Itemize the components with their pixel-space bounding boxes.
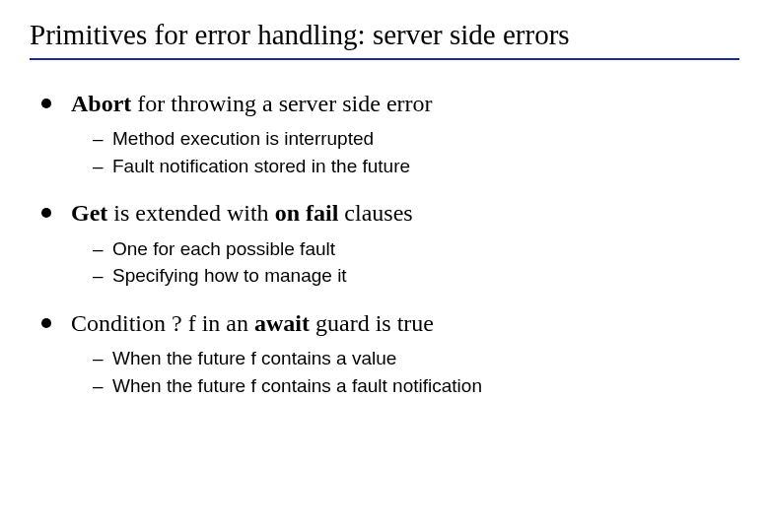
sub-item: Specifying how to manage it (93, 262, 739, 290)
sub-item: Fault notification stored in the future (93, 153, 739, 180)
sub-list: When the future f contains a value When … (71, 345, 739, 399)
bullet-item: Abort for throwing a server side error M… (41, 88, 739, 179)
title-rule (30, 58, 739, 60)
bullet-text: Get is extended with on fail clauses (71, 200, 413, 226)
text-run: clauses (338, 200, 412, 226)
sub-list: Method execution is interrupted Fault no… (71, 125, 739, 179)
bullet-item: Condition ? f in an await guard is true … (41, 307, 739, 399)
text-run: guard is true (310, 310, 434, 336)
bullet-list: Abort for throwing a server side error M… (30, 88, 739, 399)
text-run: is extended with (107, 200, 274, 226)
bold-run: on fail (275, 200, 339, 226)
sub-item: One for each possible fault (93, 235, 739, 263)
sub-item: When the future f contains a fault notif… (93, 372, 739, 400)
sub-item: When the future f contains a value (93, 345, 739, 372)
text-run: Condition ? f in an (71, 310, 254, 336)
text-run: for throwing a server side error (131, 91, 432, 116)
slide-title: Primitives for error handling: server si… (30, 18, 739, 52)
bullet-text: Abort for throwing a server side error (71, 91, 433, 116)
bullet-text: Condition ? f in an await guard is true (71, 310, 434, 336)
slide: Primitives for error handling: server si… (0, 0, 769, 532)
sub-list: One for each possible fault Specifying h… (71, 235, 739, 290)
bullet-item: Get is extended with on fail clauses One… (41, 197, 739, 289)
bold-run: Abort (71, 91, 131, 116)
sub-item: Method execution is interrupted (93, 125, 739, 153)
bold-run: await (254, 310, 310, 336)
bold-run: Get (71, 200, 107, 226)
